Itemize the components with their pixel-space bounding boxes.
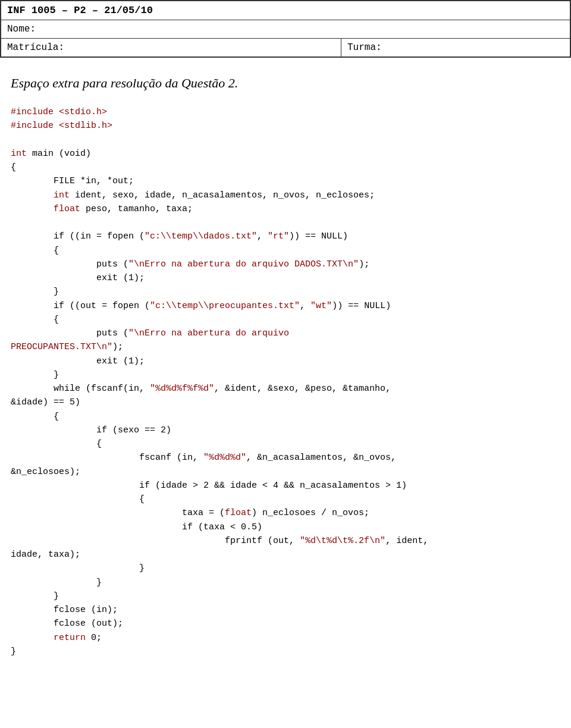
nome-field: Nome: [1,20,570,39]
header-nome-row: Nome: [1,20,570,39]
include2: #include [11,121,54,131]
kw-return: return [54,633,86,643]
kw-float1: float [54,204,80,214]
str6: "\nErro na abertura do arquivo [128,328,289,338]
kw-float2: float [225,508,252,518]
extra-space-title: Espaço extra para resolução da Questão 2… [11,76,560,91]
kw-int2: int [54,190,70,200]
include2-val: <stdlib.h> [59,121,112,131]
include1: #include [11,107,54,117]
exam-title: INF 1005 – P2 – 21/05/10 [1,1,570,20]
header-table: INF 1005 – P2 – 21/05/10 Nome: Matrícula… [0,0,571,58]
str4: "c:\\temp\\preocupantes.txt" [150,301,300,311]
header-title-row: INF 1005 – P2 – 21/05/10 [1,1,570,20]
preocupantes-cont: PREOCUPANTES.TXT\n"); [11,342,123,352]
page: INF 1005 – P2 – 21/05/10 Nome: Matrícula… [0,0,571,728]
matricula-field: Matrícula: [1,39,341,58]
include1-val: <stdio.h> [59,107,107,117]
str2: "rt" [268,231,289,241]
kw-int1: int [11,149,27,159]
str3: "\nErro na abertura do arquivo DADOS.TXT… [128,259,359,269]
str9: "%d\t%d\t%.2f\n" [300,536,385,546]
str5: "wt" [310,301,332,311]
str7: "%d%d%f%f%d" [150,384,214,394]
turma-field: Turma: [341,39,571,58]
code-block: #include <stdio.h> #include <stdlib.h> i… [0,105,571,669]
str1: "c:\\temp\\dados.txt" [145,231,257,241]
header-matricula-row: Matrícula: Turma: [1,39,570,58]
str8: "%d%d%d" [203,453,246,463]
